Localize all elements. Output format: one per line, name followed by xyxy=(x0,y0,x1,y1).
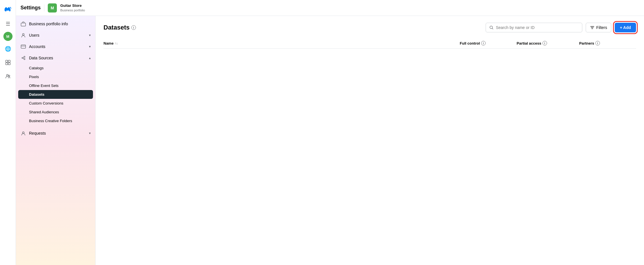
accounts-chevron-icon: ▾ xyxy=(89,45,91,49)
data-sources-chevron-icon: ▴ xyxy=(89,56,91,60)
column-full-control: Full control i xyxy=(460,41,517,45)
table-header: Name ↑↓ Full control i Partial access i … xyxy=(103,38,636,49)
svg-rect-6 xyxy=(21,23,26,26)
column-partial-access: Partial access i xyxy=(517,41,579,45)
partners-info-icon[interactable]: i xyxy=(595,41,600,45)
data-sources-icon xyxy=(20,55,26,61)
header-divider xyxy=(44,5,44,11)
sidebar-item-business-portfolio-info[interactable]: Business portfolio info xyxy=(16,18,95,30)
users-chevron-icon: ▾ xyxy=(89,33,91,37)
main-container: Settings M Guitar Store Business portfol… xyxy=(16,0,644,265)
column-partial-access-label: Partial access xyxy=(517,41,541,45)
briefcase-icon xyxy=(20,21,26,27)
svg-point-9 xyxy=(22,57,23,59)
svg-point-11 xyxy=(24,59,25,60)
partial-access-info-icon[interactable]: i xyxy=(542,41,547,45)
svg-rect-3 xyxy=(8,63,10,65)
svg-rect-1 xyxy=(8,60,10,62)
settings-label: Settings xyxy=(20,5,41,11)
people-icon[interactable] xyxy=(2,70,14,82)
requests-icon xyxy=(20,130,26,136)
svg-rect-2 xyxy=(6,63,8,65)
search-box[interactable] xyxy=(486,23,582,32)
sidebar-requests-label: Requests xyxy=(29,131,86,135)
sidebar-accounts-label: Accounts xyxy=(29,44,86,49)
sidebar-sub-item-business-creative-folders[interactable]: Business Creative Folders xyxy=(16,116,95,125)
sidebar-sub-item-datasets[interactable]: Datasets xyxy=(18,90,93,99)
sidebar: Business portfolio info Users ▾ xyxy=(16,16,96,265)
add-label: + Add xyxy=(620,25,631,30)
search-icon xyxy=(489,25,494,30)
content-area: Datasets i Filters xyxy=(96,16,644,265)
user-avatar-rail[interactable]: M xyxy=(3,32,13,41)
datasets-info-icon[interactable]: i xyxy=(131,25,136,30)
sidebar-data-sources-label: Data Sources xyxy=(29,56,86,60)
full-control-info-icon[interactable]: i xyxy=(481,41,486,45)
accounts-icon xyxy=(20,44,26,49)
hamburger-icon[interactable]: ☰ xyxy=(2,18,14,30)
sort-icon[interactable]: ↑↓ xyxy=(115,41,118,45)
sidebar-sub-item-shared-audiences[interactable]: Shared Audiences xyxy=(16,108,95,116)
top-header: Settings M Guitar Store Business portfol… xyxy=(16,0,644,16)
sidebar-item-accounts[interactable]: Accounts ▾ xyxy=(16,41,95,52)
sidebar-item-requests[interactable]: Requests ▾ xyxy=(16,128,95,139)
add-button[interactable]: + Add xyxy=(615,23,636,32)
business-sub: Business portfolio xyxy=(60,8,85,12)
svg-point-10 xyxy=(24,56,25,57)
sidebar-business-portfolio-label: Business portfolio info xyxy=(29,22,91,26)
pages-icon[interactable] xyxy=(2,57,14,68)
datasets-header: Datasets i Filters xyxy=(103,23,636,32)
business-name: Guitar Store xyxy=(60,3,85,8)
search-input[interactable] xyxy=(496,25,579,30)
sidebar-sub-item-pixels[interactable]: Pixels xyxy=(16,72,95,81)
svg-point-7 xyxy=(22,34,24,35)
datasets-title-text: Datasets xyxy=(103,24,130,31)
users-icon xyxy=(20,32,26,38)
column-name-label: Name xyxy=(103,41,113,45)
filters-button[interactable]: Filters xyxy=(586,23,611,32)
svg-rect-8 xyxy=(21,45,26,48)
sidebar-item-data-sources[interactable]: Data Sources ▴ xyxy=(16,52,95,64)
sidebar-sub-item-custom-conversions[interactable]: Custom Conversions xyxy=(16,99,95,108)
column-partners: Partners i xyxy=(579,41,636,45)
svg-point-4 xyxy=(7,74,8,76)
sidebar-sub-item-offline-event-sets[interactable]: Offline Event Sets xyxy=(16,81,95,90)
filters-icon xyxy=(590,25,595,30)
body-layout: Business portfolio info Users ▾ xyxy=(16,16,644,265)
business-info: Guitar Store Business portfolio xyxy=(60,3,85,12)
svg-rect-0 xyxy=(6,60,8,62)
datasets-title: Datasets i xyxy=(103,24,136,31)
business-avatar: M xyxy=(48,3,57,12)
column-name: Name ↑↓ xyxy=(103,41,460,45)
column-full-control-label: Full control xyxy=(460,41,480,45)
column-partners-label: Partners xyxy=(579,41,594,45)
sidebar-item-users[interactable]: Users ▾ xyxy=(16,30,95,41)
requests-chevron-icon: ▾ xyxy=(89,131,91,135)
meta-logo xyxy=(3,3,13,14)
filters-label: Filters xyxy=(596,25,607,30)
svg-point-5 xyxy=(8,75,10,77)
sidebar-sub-item-catalogs[interactable]: Catalogs xyxy=(16,64,95,72)
svg-point-12 xyxy=(22,132,24,133)
icon-rail: ☰ M 🌐 xyxy=(0,0,16,265)
sidebar-users-label: Users xyxy=(29,33,86,37)
globe-icon[interactable]: 🌐 xyxy=(2,43,14,55)
